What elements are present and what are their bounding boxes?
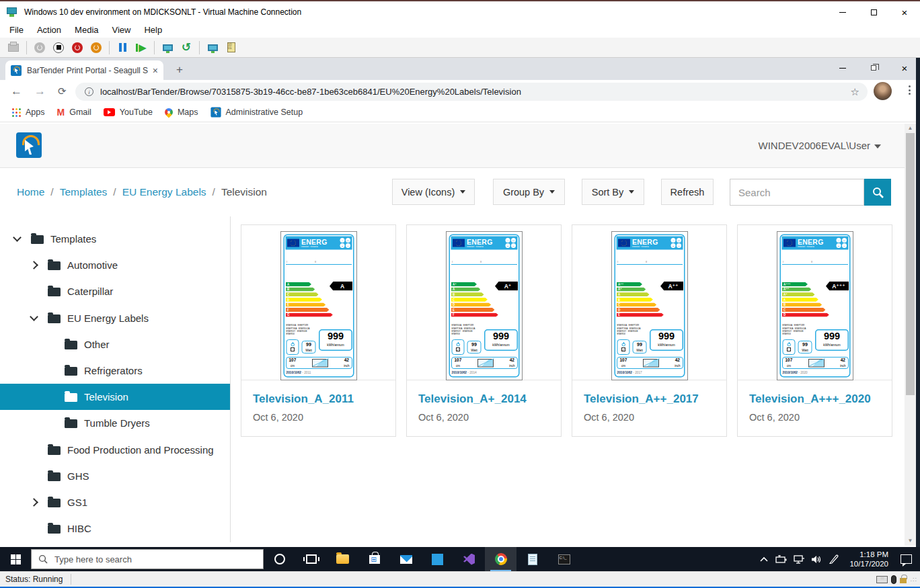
user-menu[interactable]: WINDEV2006EVAL\User (759, 140, 881, 151)
chrome-icon[interactable] (485, 547, 516, 571)
scroll-up-icon[interactable]: ▲ (905, 124, 916, 133)
clipboard-icon[interactable] (5, 40, 22, 56)
sidebar-item-tumble-dryers[interactable]: Tumble Dryers (0, 410, 230, 436)
template-link[interactable]: Television_A+_2014 (418, 392, 549, 406)
profile-avatar[interactable] (874, 82, 892, 100)
template-card[interactable]: ENERGенергия · ενέργειαYIJAIEIAIIIABCDEF… (241, 224, 396, 437)
template-thumbnail[interactable]: ENERGенергия · ενέργειαYIJAIEIAIIIA⁺⁺A⁺A… (572, 225, 726, 380)
new-tab-button[interactable]: + (176, 63, 183, 77)
sidebar-item-ghs[interactable]: GHS (0, 463, 230, 489)
browser-restore-button[interactable] (858, 59, 889, 77)
vm-maximize-button[interactable] (858, 3, 889, 22)
battery-icon[interactable] (773, 547, 790, 571)
vm-minimize-button[interactable] (827, 3, 858, 22)
sidebar-item-automotive[interactable]: Automotive (0, 252, 230, 278)
template-thumbnail[interactable]: ENERGенергия · ενέργειαYIJAIEIAIIIABCDEF… (241, 225, 395, 380)
sidebar-item-food-production-and-processing[interactable]: Food Production and Processing (0, 437, 230, 463)
scrollbar-thumb[interactable] (906, 133, 915, 395)
bookmark-maps[interactable]: Maps (165, 108, 198, 117)
back-icon[interactable]: ← (11, 85, 22, 98)
template-card[interactable]: ENERGенергия · ενέργειαYIJAIEIAIIIA⁺ABCD… (406, 224, 562, 437)
chevron-down-icon[interactable] (30, 312, 38, 321)
breadcrumb-templates[interactable]: Templates (60, 186, 108, 198)
taskbar-search-box[interactable]: Type here to search (31, 549, 264, 569)
sidebar-item-templates[interactable]: Templates (0, 226, 230, 252)
hidden-icons-chevron-icon[interactable] (755, 547, 773, 571)
resume-icon[interactable]: ▶ (133, 40, 149, 56)
breadcrumb-home[interactable]: Home (17, 186, 44, 198)
revert-icon[interactable]: ↺ (178, 40, 194, 56)
group-by-dropdown-button[interactable]: Group By (493, 179, 565, 205)
enhanced-session-icon[interactable] (204, 40, 221, 56)
browser-menu-icon[interactable] (909, 85, 911, 95)
cortana-icon[interactable] (264, 547, 295, 571)
sidebar-item-gs1[interactable]: GS1 (0, 489, 230, 515)
cmd-icon[interactable]: C:\_ (548, 547, 580, 571)
vm-menu-file[interactable]: File (0, 25, 30, 35)
address-bar[interactable]: i localhost/BarTender/Browse/70315875-3b… (75, 83, 868, 101)
page-info-icon[interactable]: i (85, 87, 93, 96)
view-dropdown-button[interactable]: View (Icons) (392, 179, 475, 205)
page-scrollbar[interactable]: ▲ ▼ (905, 124, 916, 546)
tab-close-icon[interactable]: × (153, 65, 158, 76)
template-link[interactable]: Television_A+++_2020 (749, 392, 880, 406)
vm-menu-view[interactable]: View (106, 25, 138, 35)
sort-by-dropdown-button[interactable]: Sort By (582, 179, 644, 205)
settings-icon[interactable]: 1001 (223, 40, 239, 56)
sidebar-item-refrigerators[interactable]: Refrigerators (0, 358, 230, 384)
refresh-button[interactable]: Refresh (661, 179, 714, 205)
forward-icon[interactable]: → (34, 85, 46, 98)
sidebar-item-hibc[interactable]: HIBC (0, 515, 230, 542)
breadcrumb-eu-energy-labels[interactable]: EU Energy Labels (122, 186, 206, 198)
chevron-right-icon[interactable] (30, 261, 38, 269)
chevron-right-icon[interactable] (30, 498, 38, 507)
mail-icon[interactable] (390, 547, 422, 571)
scroll-down-icon[interactable]: ▼ (905, 536, 916, 546)
vm-menu-action[interactable]: Action (30, 25, 68, 35)
start-button[interactable] (0, 547, 31, 571)
notepad-icon[interactable] (516, 547, 548, 571)
turn-off-icon[interactable] (69, 40, 85, 56)
vm-menu-media[interactable]: Media (68, 25, 105, 35)
sidebar-item-caterpillar[interactable]: Caterpillar (0, 278, 230, 304)
search-input[interactable] (730, 179, 864, 206)
bookmark-gmail[interactable]: MGmail (57, 107, 91, 118)
checkpoint-icon[interactable] (159, 40, 176, 56)
vscode-icon[interactable] (422, 547, 453, 571)
sidebar-item-eu-energy-labels[interactable]: EU Energy Labels (0, 305, 230, 331)
vm-menu-help[interactable]: Help (137, 25, 169, 35)
template-card[interactable]: ENERGенергия · ενέργειαYIJAIEIAIIIA⁺⁺A⁺A… (572, 224, 727, 437)
browser-tab[interactable]: BarTender Print Portal - Seagull S × (5, 60, 163, 80)
bookmark-star-icon[interactable]: ☆ (851, 86, 859, 98)
store-icon[interactable] (358, 547, 390, 571)
bookmark-administrative-setup[interactable]: Administrative Setup (210, 107, 303, 118)
network-icon[interactable] (790, 547, 808, 571)
bookmark-apps[interactable]: Apps (12, 108, 45, 117)
template-link[interactable]: Television_A_2011 (253, 392, 384, 406)
print-portal-logo-icon[interactable] (16, 132, 42, 158)
resize-grip[interactable]: .:: (910, 576, 917, 583)
visual-studio-icon[interactable] (453, 547, 485, 571)
taskbar-clock[interactable]: 1:18 PM 10/17/2020 (847, 550, 888, 569)
stop-icon[interactable] (50, 40, 67, 56)
file-explorer-icon[interactable] (327, 547, 358, 571)
shut-down-icon[interactable] (88, 40, 104, 56)
search-button[interactable] (864, 179, 891, 206)
pause-icon[interactable] (114, 40, 130, 56)
template-thumbnail[interactable]: ENERGенергия · ενέργειαYIJAIEIAIIIA⁺⁺⁺A⁺… (738, 225, 892, 380)
action-center-icon[interactable] (900, 554, 912, 564)
sidebar-item-television[interactable]: Television (0, 384, 230, 410)
volume-icon[interactable] (808, 547, 825, 571)
browser-minimize-button[interactable] (827, 59, 858, 77)
template-thumbnail[interactable]: ENERGенергия · ενέργειαYIJAIEIAIIIA⁺ABCD… (407, 225, 561, 380)
sidebar-item-other[interactable]: Other (0, 331, 230, 358)
folder-icon (48, 525, 61, 534)
task-view-icon[interactable] (295, 547, 327, 571)
pen-icon[interactable] (825, 547, 843, 571)
template-card[interactable]: ENERGенергия · ενέργειαYIJAIEIAIIIA⁺⁺⁺A⁺… (737, 224, 892, 437)
bookmark-youtube[interactable]: YouTube (104, 108, 153, 117)
chevron-down-icon[interactable] (13, 233, 22, 242)
reload-icon[interactable]: ⟳ (58, 85, 67, 97)
vm-close-button[interactable]: × (889, 3, 920, 22)
template-link[interactable]: Television_A++_2017 (584, 392, 715, 406)
